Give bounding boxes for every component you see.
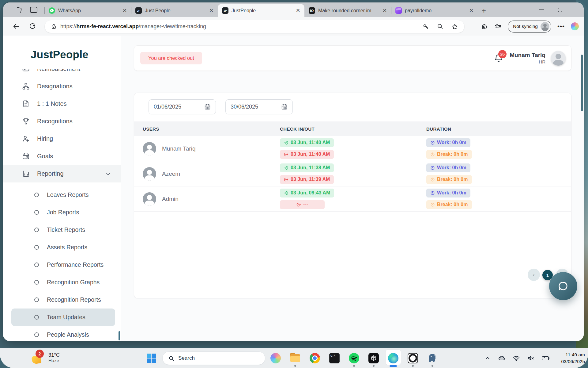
sidebar-item-designations[interactable]: Designations <box>3 78 121 95</box>
sidebar-subitem-people-analysis[interactable]: People Analysis <box>3 326 121 341</box>
sidebar-scrollbar[interactable] <box>119 331 120 340</box>
table-row[interactable]: Munam Tariq 03 Jun, 11:40 AM 03 Jun, 11:… <box>134 136 571 161</box>
sidebar-subitem-recognition-reports[interactable]: Recognition Reports <box>3 291 121 309</box>
calendar-icon[interactable] <box>204 104 211 110</box>
calendar-icon[interactable] <box>281 104 288 110</box>
date-to-input[interactable]: 30/06/2025 <box>225 99 293 114</box>
tab-make-rounded-corner[interactable]: IO Make rounded corner im ✕ <box>304 4 391 17</box>
tab-payrolldemo[interactable]: payrolldemo ✕ <box>391 4 478 17</box>
sidebar-subitem-assets-reports[interactable]: Assets Reports <box>3 239 121 256</box>
pagination-prev-button[interactable]: ‹ <box>528 269 540 281</box>
start-button[interactable] <box>147 354 156 363</box>
workspaces-icon[interactable] <box>15 7 22 13</box>
whatsapp-favicon-icon <box>49 7 55 14</box>
sidebar-subitem-performance-reports[interactable]: Performance Reports <box>3 256 121 274</box>
calendar-edit-icon <box>22 152 30 160</box>
table-row[interactable]: Admin 03 Jun, 09:43 AM --- Work: 0h 0m B… <box>134 186 571 212</box>
maximize-button[interactable] <box>558 8 562 12</box>
sidebar-item-reporting[interactable]: Reporting <box>3 165 121 182</box>
chat-fab-button[interactable] <box>549 272 577 300</box>
zoom-out-icon[interactable] <box>437 23 443 30</box>
subitem-label: Performance Reports <box>47 261 104 268</box>
check-out-arrow-icon <box>284 152 288 157</box>
sidebar-subitem-ticket-reports[interactable]: Ticket Reports <box>3 221 121 239</box>
window-controls <box>539 2 562 17</box>
new-tab-button[interactable]: + <box>478 4 490 17</box>
tab-justpeople-active[interactable]: JP JustPeople ✕ <box>218 4 304 17</box>
extensions-icon[interactable] <box>481 23 488 30</box>
windows-taskbar: 2 31°C Haze Search <box>0 348 588 368</box>
payrolldemo-favicon-icon <box>395 7 402 14</box>
table-row[interactable]: Azeem 03 Jun, 11:38 AM 03 Jun, 11:39 AM … <box>134 161 571 186</box>
sidebar-subitem-job-reports[interactable]: Job Reports <box>3 204 121 221</box>
page-scrollbar[interactable] <box>581 55 583 111</box>
tab-title: WhatsApp <box>58 8 119 13</box>
taskbar-file-explorer-icon[interactable] <box>285 349 305 368</box>
tray-chevron-up-icon[interactable] <box>484 355 491 361</box>
taskbar-search-box[interactable]: Search <box>162 351 265 365</box>
sidebar: JustPeople Reimbursement Designations 1 … <box>3 36 121 341</box>
column-users: USERS <box>134 126 280 132</box>
tab-close-icon[interactable]: ✕ <box>382 7 387 14</box>
wifi-icon[interactable] <box>513 355 520 362</box>
password-key-icon[interactable] <box>423 23 429 30</box>
sidebar-item-one-on-one-notes[interactable]: 1 : 1 Notes <box>3 95 121 113</box>
copilot-icon[interactable] <box>571 22 579 30</box>
tab-just-people[interactable]: JP Just People ✕ <box>131 4 218 17</box>
back-icon[interactable] <box>12 22 20 30</box>
taskbar-obs-icon[interactable] <box>403 349 423 368</box>
address-bar[interactable]: https://hrms-fe-react.vercel.app/manager… <box>45 20 464 33</box>
tab-close-icon[interactable]: ✕ <box>209 7 214 14</box>
duration-cell: Work: 0h 0m Break: 0h 0m <box>426 189 571 209</box>
tab-close-icon[interactable]: ✕ <box>122 7 127 14</box>
user-avatar[interactable] <box>551 51 566 66</box>
notifications-button[interactable]: 26 <box>494 53 504 64</box>
tab-close-icon[interactable]: ✕ <box>469 7 474 14</box>
tab-whatsapp[interactable]: WhatsApp ✕ <box>44 4 131 17</box>
taskbar-clock[interactable]: 11:49 am 03/06/2025 <box>561 351 585 365</box>
time-tracking-card: 01/06/2025 30/06/2025 USERS CHECK IN/OUT… <box>134 93 571 298</box>
favorite-star-icon[interactable] <box>451 23 458 30</box>
address-bar-actions <box>423 23 458 30</box>
refresh-icon[interactable] <box>29 22 36 30</box>
profile-button[interactable]: Not syncing <box>508 21 551 33</box>
bar-chart-icon <box>22 170 30 178</box>
tab-divider <box>44 7 45 14</box>
taskbar-copilot-icon[interactable] <box>266 349 285 368</box>
taskbar-postgresql-icon[interactable] <box>423 349 442 368</box>
sidebar-item-hiring[interactable]: Hiring <box>3 130 121 148</box>
lock-icon[interactable] <box>51 24 57 29</box>
favorites-bar-icon[interactable] <box>494 23 502 30</box>
minimize-button[interactable] <box>539 10 544 10</box>
clock-icon <box>430 152 435 157</box>
radio-circle-icon <box>34 245 39 250</box>
check-in-pill: 03 Jun, 11:38 AM <box>280 163 334 172</box>
taskbar-spotify-icon[interactable] <box>344 349 364 368</box>
tab-divider <box>478 7 478 14</box>
sidebar-subitem-team-updates[interactable]: Team Updates <box>11 309 115 326</box>
taskbar-unity-icon[interactable] <box>364 349 383 368</box>
sidebar-subitem-recognition-graphs[interactable]: Recognition Graphs <box>3 274 121 291</box>
date-from-input[interactable]: 01/06/2025 <box>149 99 216 114</box>
volume-muted-icon[interactable] <box>527 355 534 362</box>
check-in-arrow-icon <box>284 166 288 170</box>
taskbar-chrome-icon[interactable] <box>305 349 325 368</box>
subitem-label: Recognition Reports <box>47 296 101 303</box>
browser-tab-strip: WhatsApp ✕ JP Just People ✕ JP JustPeopl… <box>3 2 584 17</box>
tab-actions-menu-icon[interactable] <box>30 7 37 13</box>
sidebar-subitem-leaves-reports[interactable]: Leaves Reports <box>3 186 121 204</box>
break-duration-pill: Break: 0h 0m <box>426 175 472 184</box>
sidebar-item-recognitions[interactable]: Recognitions <box>3 113 121 130</box>
taskbar-edge-icon[interactable] <box>383 349 403 368</box>
browser-window: WhatsApp ✕ JP Just People ✕ JP JustPeopl… <box>3 2 584 341</box>
table-header: USERS CHECK IN/OUT DURATION <box>134 121 571 136</box>
sidebar-item-reimbursement[interactable]: Reimbursement <box>3 60 121 78</box>
weather-widget[interactable]: 2 31°C Haze <box>31 350 60 366</box>
tab-close-icon[interactable]: ✕ <box>295 7 301 14</box>
sidebar-item-label: 1 : 1 Notes <box>37 100 67 107</box>
taskbar-terminal-icon[interactable] <box>325 349 344 368</box>
onedrive-cloud-icon[interactable] <box>498 354 506 362</box>
battery-saver-icon[interactable] <box>541 355 550 362</box>
settings-more-icon[interactable]: ••• <box>557 23 565 30</box>
sidebar-item-goals[interactable]: Goals <box>3 148 121 165</box>
